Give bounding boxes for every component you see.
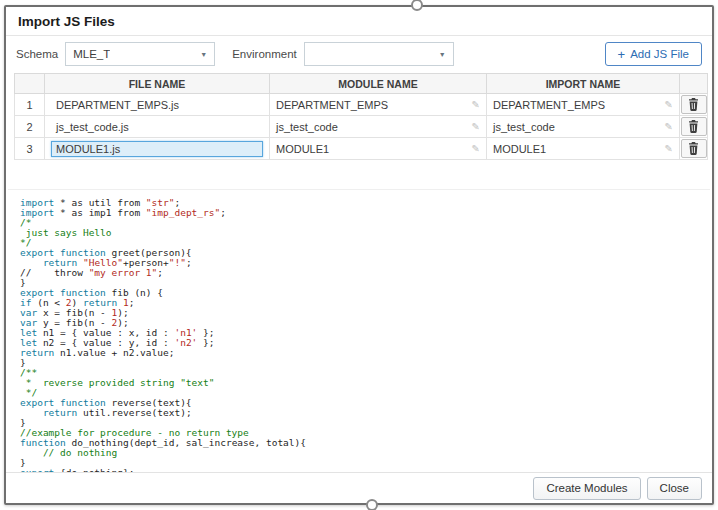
code-line: /* <box>20 218 698 228</box>
row-number-header <box>15 74 45 94</box>
module-name-header: MODULE NAME <box>270 74 487 94</box>
delete-row-button[interactable] <box>681 95 707 114</box>
add-js-file-button[interactable]: + Add JS File <box>605 42 702 66</box>
edit-pencil-icon: ✎ <box>661 143 673 154</box>
trash-icon <box>688 98 699 111</box>
schema-value: MLE_T <box>73 48 110 60</box>
table-row: 1DEPARTMENT_EMPS.jsDEPARTMENT_EMPS✎DEPAR… <box>15 94 708 116</box>
delete-row-button[interactable] <box>681 139 707 158</box>
delete-column-header <box>680 74 708 94</box>
module-name-cell[interactable]: DEPARTMENT_EMPS✎ <box>270 94 487 116</box>
trash-icon <box>688 142 699 155</box>
import-name-cell[interactable]: DEPARTMENT_EMPS✎ <box>487 94 680 116</box>
delete-row-button[interactable] <box>681 117 707 136</box>
file-name-cell[interactable]: MODULE1.js <box>45 138 270 160</box>
create-modules-button[interactable]: Create Modules <box>533 477 640 500</box>
dialog-title: Import JS Files <box>6 7 712 36</box>
edit-pencil-icon: ✎ <box>468 121 480 132</box>
code-editor[interactable]: import * as util from "str";import * as … <box>8 189 710 486</box>
file-name-input[interactable]: DEPARTMENT_EMPS.js <box>51 97 263 113</box>
module-name-cell[interactable]: MODULE1✎ <box>270 138 487 160</box>
file-name-cell[interactable]: js_test_code.js <box>45 116 270 138</box>
edit-pencil-icon: ✎ <box>661 99 673 110</box>
file-name-header: FILE NAME <box>45 74 270 94</box>
chevron-down-icon: ▼ <box>194 51 207 58</box>
row-number: 3 <box>15 138 45 160</box>
code-line: function do_nothing(dept_id, sal_increas… <box>20 438 698 448</box>
import-name-header: IMPORT NAME <box>487 74 680 94</box>
trash-icon <box>688 120 699 133</box>
code-line: } <box>20 358 698 368</box>
row-number: 2 <box>15 116 45 138</box>
chevron-down-icon: ▼ <box>433 51 446 58</box>
code-line: // do nothing <box>20 448 698 458</box>
file-name-input[interactable]: MODULE1.js <box>51 141 263 157</box>
code-line: return util.reverse(text); <box>20 408 698 418</box>
add-js-file-label: Add JS File <box>630 48 689 60</box>
edit-pencil-icon: ✎ <box>468 143 480 154</box>
dialog-footer: Create Modules Close <box>6 472 712 503</box>
table-row: 3MODULE1.jsMODULE1✎MODULE1✎ <box>15 138 708 160</box>
plus-icon: + <box>618 48 626 61</box>
toolbar: Schema MLE_T ▼ Environment ▼ + Add JS Fi… <box>6 36 712 70</box>
code-line: just says Hello <box>20 228 698 238</box>
file-name-input[interactable]: js_test_code.js <box>51 119 263 135</box>
file-name-cell[interactable]: DEPARTMENT_EMPS.js <box>45 94 270 116</box>
code-line: * reverse provided string "text" <box>20 378 698 388</box>
close-button[interactable]: Close <box>647 477 702 500</box>
schema-label: Schema <box>16 48 58 60</box>
edit-pencil-icon: ✎ <box>468 99 480 110</box>
grid-header-row: FILE NAME MODULE NAME IMPORT NAME <box>15 74 708 94</box>
module-name-cell[interactable]: js_test_code✎ <box>270 116 487 138</box>
row-number: 1 <box>15 94 45 116</box>
resize-handle-bottom-icon[interactable] <box>366 499 378 510</box>
import-name-cell[interactable]: MODULE1✎ <box>487 138 680 160</box>
edit-pencil-icon: ✎ <box>661 121 673 132</box>
environment-select[interactable]: ▼ <box>304 42 454 66</box>
files-grid: FILE NAME MODULE NAME IMPORT NAME 1DEPAR… <box>14 73 708 160</box>
code-line: return n1.value + n2.value; <box>20 348 698 358</box>
grid-body: 1DEPARTMENT_EMPS.jsDEPARTMENT_EMPS✎DEPAR… <box>15 94 708 160</box>
schema-select[interactable]: MLE_T ▼ <box>65 42 215 66</box>
environment-label: Environment <box>232 48 297 60</box>
import-js-files-dialog: Import JS Files Schema MLE_T ▼ Environme… <box>4 5 714 505</box>
code-line: // throw "my error 1"; <box>20 268 698 278</box>
code-line: import * as imp1 from "imp_dept_rs"; <box>20 208 698 218</box>
import-name-cell[interactable]: js_test_code✎ <box>487 116 680 138</box>
table-row: 2js_test_code.jsjs_test_code✎js_test_cod… <box>15 116 708 138</box>
